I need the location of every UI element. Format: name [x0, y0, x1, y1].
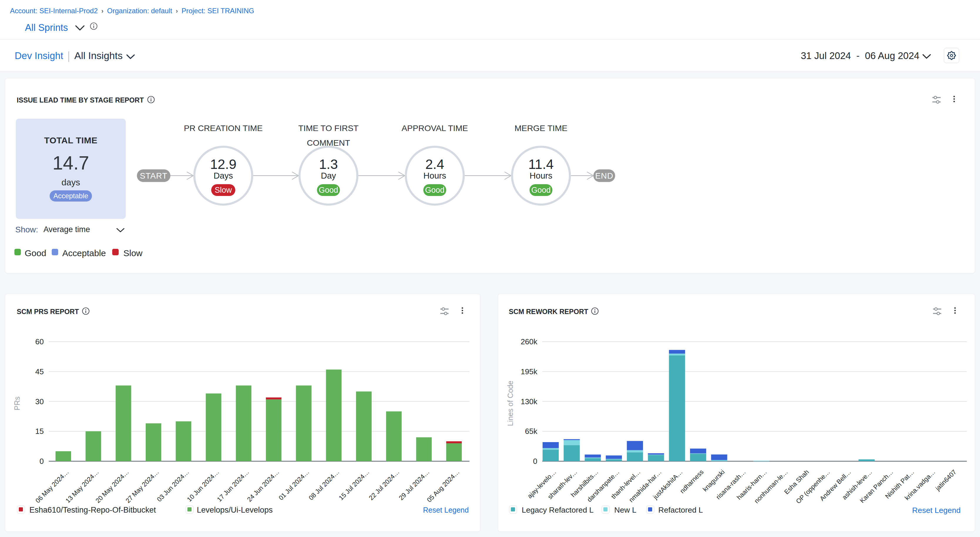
svg-text:Lines of Code: Lines of Code [506, 381, 514, 426]
svg-text:0: 0 [533, 457, 537, 466]
svg-text:130k: 130k [521, 397, 538, 406]
svg-text:08 Jul 2024…: 08 Jul 2024… [307, 468, 341, 502]
svg-text:22 Jul 2024…: 22 Jul 2024… [368, 468, 401, 502]
svg-text:1.3: 1.3 [319, 157, 338, 172]
svg-text:Good: Good [531, 186, 550, 194]
svg-text:Day: Day [321, 171, 336, 180]
svg-text:2.4: 2.4 [425, 157, 444, 172]
svg-text:11.4: 11.4 [528, 157, 554, 172]
svg-text:12.9: 12.9 [210, 157, 237, 172]
svg-text:15 Jul 2024…: 15 Jul 2024… [337, 468, 371, 502]
svg-text:APPROVAL TIME: APPROVAL TIME [402, 123, 468, 133]
svg-text:10 Jun 2024…: 10 Jun 2024… [186, 468, 221, 503]
svg-text:MERGE TIME: MERGE TIME [515, 123, 568, 133]
svg-text:17 Jun 2024…: 17 Jun 2024… [216, 468, 251, 503]
svg-text:60: 60 [35, 337, 44, 346]
svg-text:24 Jun 2024…: 24 Jun 2024… [246, 468, 280, 503]
svg-text:Slow: Slow [215, 186, 232, 194]
svg-text:45: 45 [35, 367, 44, 376]
svg-text:Days: Days [213, 171, 233, 180]
svg-text:Hours: Hours [423, 171, 446, 180]
svg-text:Good: Good [425, 186, 444, 194]
svg-text:Hours: Hours [530, 171, 552, 180]
svg-text:START: START [140, 171, 167, 180]
svg-text:PR CREATION TIME: PR CREATION TIME [184, 123, 262, 133]
svg-text:01 Jul 2024…: 01 Jul 2024… [277, 468, 311, 502]
svg-text:195k: 195k [521, 367, 538, 376]
svg-text:0: 0 [40, 457, 44, 466]
svg-text:PRs: PRs [13, 396, 21, 410]
svg-text:Good: Good [319, 186, 338, 194]
svg-text:03 Jun 2024…: 03 Jun 2024… [155, 468, 190, 503]
svg-text:05 Aug 2024…: 05 Aug 2024… [425, 468, 461, 504]
svg-text:END: END [595, 171, 613, 180]
svg-text:65k: 65k [525, 427, 538, 436]
svg-text:jatin6407: jatin6407 [934, 468, 958, 493]
svg-text:260k: 260k [521, 337, 538, 346]
svg-text:30: 30 [35, 397, 44, 406]
svg-text:29 Jul 2024…: 29 Jul 2024… [398, 468, 431, 502]
svg-text:15: 15 [35, 427, 44, 436]
svg-text:TIME TO FIRST: TIME TO FIRST [299, 123, 359, 133]
